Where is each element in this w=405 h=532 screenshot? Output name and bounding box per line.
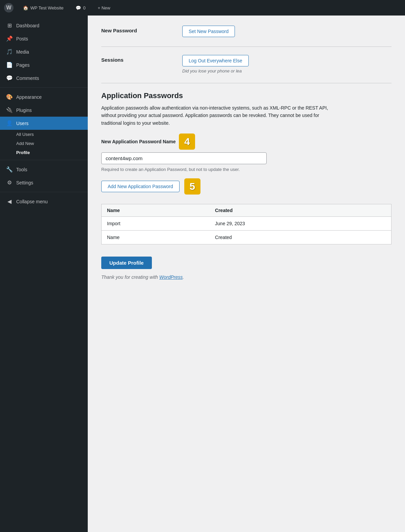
content-area: New Password Set New Password Sessions L… (88, 16, 405, 532)
annotation-badge-4: 4 (179, 134, 195, 150)
sidebar-item-plugins[interactable]: 🔌 Plugins (0, 104, 88, 117)
new-password-content: Set New Password (182, 26, 392, 37)
comments-icon: 💬 (76, 5, 81, 10)
sidebar-item-users[interactable]: 👤 Users (0, 117, 88, 130)
sidebar-item-pages[interactable]: 📄 Pages (0, 58, 88, 71)
site-name-link[interactable]: 🏠 WP Test Website (20, 4, 66, 12)
wp-logo-icon[interactable]: W (4, 3, 14, 12)
new-password-label: New Password (101, 26, 176, 33)
app-passwords-heading: Application Passwords (101, 91, 392, 100)
footer-note: Thank you for creating with WordPress. (101, 274, 392, 280)
sessions-content: Log Out Everywhere Else Did you lose you… (182, 55, 392, 73)
sidebar-divider-3 (0, 192, 88, 192)
set-new-password-button[interactable]: Set New Password (182, 26, 235, 37)
sidebar-item-settings[interactable]: ⚙ Settings (0, 176, 88, 189)
pages-icon: 📄 (6, 62, 13, 68)
sessions-note: Did you lose your phone or lea (182, 68, 392, 73)
sidebar-item-appearance[interactable]: 🎨 Appearance (0, 90, 88, 104)
sessions-label: Sessions (101, 55, 176, 63)
divider-1 (101, 47, 392, 47)
dashboard-icon: ⊞ (6, 22, 13, 29)
sidebar-divider-2 (0, 160, 88, 160)
sidebar-item-tools[interactable]: 🔧 Tools (0, 163, 88, 176)
sidebar: ⊞ Dashboard 📌 Posts 🎵 Media 📄 Pages 💬 Co… (0, 16, 88, 532)
comments-link[interactable]: 💬 0 (73, 4, 88, 12)
tools-icon: 🔧 (6, 166, 13, 173)
app-passwords-table: Name Created Import June 29, 2023 Name C… (101, 204, 392, 244)
table-header-name: Name (102, 204, 210, 216)
app-password-hint: Required to create an Application Passwo… (101, 166, 246, 173)
sidebar-item-all-users[interactable]: All Users (16, 130, 88, 139)
posts-icon: 📌 (6, 35, 13, 42)
home-icon: 🏠 (23, 5, 28, 10)
plugins-icon: 🔌 (6, 107, 13, 113)
users-icon: 👤 (6, 120, 13, 126)
appearance-icon: 🎨 (6, 94, 13, 100)
sidebar-item-add-new[interactable]: Add New (16, 139, 88, 148)
app-passwords-description: Application passwords allow authenticati… (101, 104, 331, 127)
table-row: Name Created (102, 230, 392, 244)
app-passwords-section: Application Passwords Application passwo… (101, 91, 392, 280)
table-header-created: Created (210, 204, 391, 216)
table-cell-created-0: June 29, 2023 (210, 216, 391, 230)
add-button-row: Add New Application Password 5 (101, 178, 392, 195)
collapse-icon: ◀ (6, 198, 13, 205)
new-password-row: New Password Set New Password (101, 26, 392, 37)
sessions-row: Sessions Log Out Everywhere Else Did you… (101, 55, 392, 73)
app-password-name-input[interactable] (101, 152, 267, 164)
admin-bar: W 🏠 WP Test Website 💬 0 + New (0, 0, 405, 16)
sidebar-item-collapse[interactable]: ◀ Collapse menu (0, 195, 88, 208)
main-layout: ⊞ Dashboard 📌 Posts 🎵 Media 📄 Pages 💬 Co… (0, 16, 405, 532)
add-new-app-password-button[interactable]: Add New Application Password (101, 181, 180, 192)
sidebar-item-media[interactable]: 🎵 Media (0, 45, 88, 58)
sidebar-divider-1 (0, 87, 88, 88)
sidebar-item-posts[interactable]: 📌 Posts (0, 32, 88, 45)
settings-icon: ⚙ (6, 179, 13, 186)
log-out-everywhere-button[interactable]: Log Out Everywhere Else (182, 55, 249, 66)
comments-nav-icon: 💬 (6, 75, 13, 81)
new-content-link[interactable]: + New (95, 4, 113, 12)
annotation-badge-5: 5 (184, 178, 200, 195)
app-password-name-label: New Application Password Name 4 (101, 134, 392, 150)
update-profile-button[interactable]: Update Profile (101, 257, 152, 269)
sidebar-item-comments[interactable]: 💬 Comments (0, 71, 88, 85)
table-cell-name-1: Name (102, 230, 210, 244)
users-submenu: All Users Add New Profile (0, 130, 88, 157)
sidebar-item-profile[interactable]: Profile (16, 148, 88, 157)
sidebar-item-dashboard[interactable]: ⊞ Dashboard (0, 19, 88, 32)
table-cell-created-1: Created (210, 230, 391, 244)
table-row: Import June 29, 2023 (102, 216, 392, 230)
media-icon: 🎵 (6, 49, 13, 55)
wordpress-link[interactable]: WordPress (159, 274, 183, 280)
table-cell-name-0: Import (102, 216, 210, 230)
divider-2 (101, 83, 392, 83)
